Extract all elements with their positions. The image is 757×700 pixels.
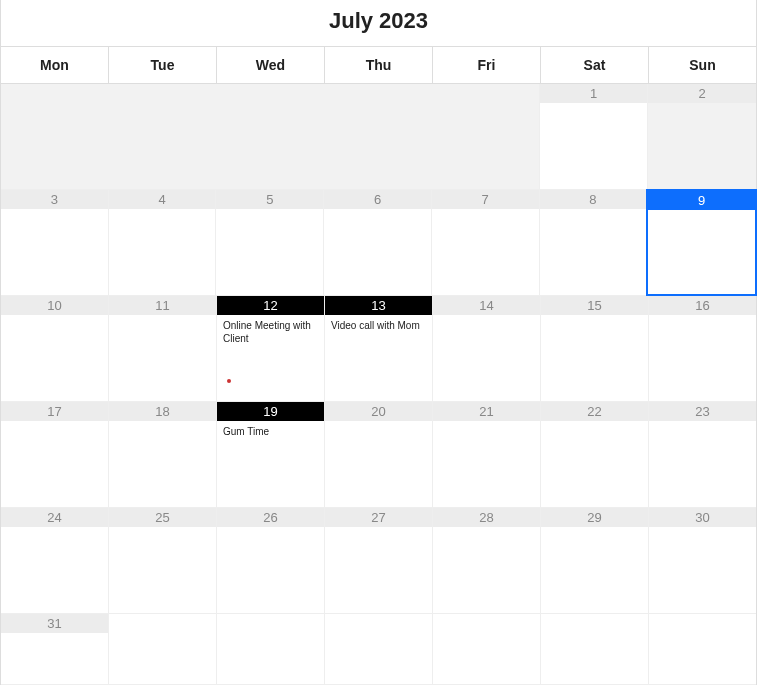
calendar-title: July 2023 — [1, 0, 756, 46]
day-number: 7 — [432, 190, 539, 209]
day-cell-29[interactable]: 29 — [541, 508, 649, 613]
day-cell-13[interactable]: 13 Video call with Mom — [325, 296, 433, 401]
day-number: 24 — [1, 508, 108, 527]
day-cell-7[interactable]: 7 — [432, 190, 540, 295]
day-number: 16 — [649, 296, 756, 315]
day-number: 12 — [217, 296, 324, 315]
week-row: 24 25 26 27 28 29 30 — [1, 508, 756, 614]
filler-next-month — [541, 614, 649, 684]
day-cell-26[interactable]: 26 — [217, 508, 325, 613]
day-number: 8 — [540, 190, 647, 209]
day-cell-4[interactable]: 4 — [109, 190, 217, 295]
filler-next-month — [109, 614, 217, 684]
event-label[interactable]: Gum Time — [217, 421, 324, 438]
day-cell-11[interactable]: 11 — [109, 296, 217, 401]
day-cell-30[interactable]: 30 — [649, 508, 756, 613]
day-number: 30 — [649, 508, 756, 527]
weekday-tue: Tue — [109, 47, 217, 83]
day-cell-12[interactable]: 12 Online Meeting with Client — [217, 296, 325, 401]
calendar: July 2023 Mon Tue Wed Thu Fri Sat Sun 1 … — [0, 0, 757, 685]
weekday-thu: Thu — [325, 47, 433, 83]
week-row: 3 4 5 6 7 8 9 — [1, 190, 756, 296]
day-cell-21[interactable]: 21 — [433, 402, 541, 507]
filler-next-month — [433, 614, 541, 684]
day-number: 28 — [433, 508, 540, 527]
day-cell-20[interactable]: 20 — [325, 402, 433, 507]
day-number: 3 — [1, 190, 108, 209]
event-label[interactable]: Online Meeting with Client — [217, 315, 324, 345]
day-number: 1 — [540, 84, 648, 103]
week-row: 17 18 19 Gum Time 20 21 22 23 — [1, 402, 756, 508]
weekday-header: Mon Tue Wed Thu Fri Sat Sun — [1, 46, 756, 84]
week-row: 1 2 — [1, 84, 756, 190]
filler-prev-month — [1, 84, 540, 189]
day-number: 11 — [109, 296, 216, 315]
weekday-wed: Wed — [217, 47, 325, 83]
week-row: 10 11 12 Online Meeting with Client 13 V… — [1, 296, 756, 402]
day-number: 31 — [1, 614, 108, 633]
week-row: 31 — [1, 614, 756, 685]
day-cell-19[interactable]: 19 Gum Time — [217, 402, 325, 507]
day-cell-3[interactable]: 3 — [1, 190, 109, 295]
day-number: 2 — [648, 84, 756, 103]
day-cell-25[interactable]: 25 — [109, 508, 217, 613]
day-cell-17[interactable]: 17 — [1, 402, 109, 507]
filler-next-month — [649, 614, 756, 684]
filler-next-month — [325, 614, 433, 684]
event-dot-icon — [227, 379, 231, 383]
day-number: 22 — [541, 402, 648, 421]
day-cell-24[interactable]: 24 — [1, 508, 109, 613]
day-number: 14 — [433, 296, 540, 315]
day-number: 17 — [1, 402, 108, 421]
day-number: 5 — [216, 190, 323, 209]
day-number: 15 — [541, 296, 648, 315]
day-number: 23 — [649, 402, 756, 421]
day-number: 18 — [109, 402, 216, 421]
day-cell-14[interactable]: 14 — [433, 296, 541, 401]
day-number: 29 — [541, 508, 648, 527]
day-number: 13 — [325, 296, 432, 315]
day-cell-9-selected[interactable]: 9 — [646, 189, 757, 296]
weekday-sun: Sun — [649, 47, 756, 83]
day-cell-16[interactable]: 16 — [649, 296, 756, 401]
day-cell-8[interactable]: 8 — [540, 190, 648, 295]
day-cell-18[interactable]: 18 — [109, 402, 217, 507]
day-cell-28[interactable]: 28 — [433, 508, 541, 613]
day-number: 6 — [324, 190, 431, 209]
day-cell-5[interactable]: 5 — [216, 190, 324, 295]
day-number: 25 — [109, 508, 216, 527]
day-cell-27[interactable]: 27 — [325, 508, 433, 613]
day-cell-1[interactable]: 1 — [540, 84, 649, 189]
day-number: 19 — [217, 402, 324, 421]
weekday-sat: Sat — [541, 47, 649, 83]
filler-next-month — [217, 614, 325, 684]
day-cell-15[interactable]: 15 — [541, 296, 649, 401]
day-number: 20 — [325, 402, 432, 421]
day-number: 10 — [1, 296, 108, 315]
day-cell-22[interactable]: 22 — [541, 402, 649, 507]
day-number: 4 — [109, 190, 216, 209]
day-number: 21 — [433, 402, 540, 421]
day-number: 9 — [648, 191, 755, 210]
day-cell-2[interactable]: 2 — [648, 84, 756, 189]
weekday-fri: Fri — [433, 47, 541, 83]
weekday-mon: Mon — [1, 47, 109, 83]
day-number: 27 — [325, 508, 432, 527]
day-cell-23[interactable]: 23 — [649, 402, 756, 507]
day-cell-31[interactable]: 31 — [1, 614, 109, 684]
day-cell-10[interactable]: 10 — [1, 296, 109, 401]
day-cell-6[interactable]: 6 — [324, 190, 432, 295]
event-label[interactable]: Video call with Mom — [325, 315, 432, 332]
day-number: 26 — [217, 508, 324, 527]
